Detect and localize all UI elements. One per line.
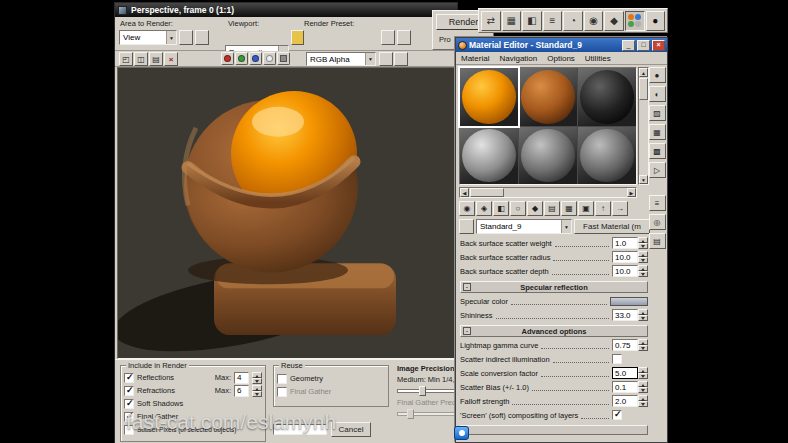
advanced-options-section[interactable]: - Advanced options xyxy=(460,325,648,337)
sample-tiling-icon[interactable]: ▦ xyxy=(649,124,666,140)
print-image-icon[interactable]: ▤ xyxy=(149,52,163,66)
collapse-icon[interactable]: - xyxy=(463,283,471,291)
curve-editor-icon[interactable]: ≡ xyxy=(543,11,563,31)
region-lock-button[interactable] xyxy=(179,30,193,45)
samples-horizontal-scrollbar[interactable]: ◀ ▶ xyxy=(459,187,637,198)
render-teapot-icon[interactable]: ● xyxy=(646,11,666,31)
back-scatter-weight-field[interactable]: 1.0 xyxy=(612,237,638,249)
copy-image-icon[interactable]: ◫ xyxy=(134,52,148,66)
refractions-max-field[interactable]: 6 xyxy=(234,385,249,397)
viewport-lock-toggle[interactable] xyxy=(291,30,304,45)
color-swatch-button[interactable] xyxy=(379,52,393,66)
make-unique-icon[interactable]: ◆ xyxy=(527,201,543,216)
green-channel-button[interactable] xyxy=(235,52,248,65)
sample-slot[interactable] xyxy=(519,68,577,126)
render-window-titlebar[interactable]: Perspective, frame 0 (1:1) xyxy=(115,3,457,17)
menu-options[interactable]: Options xyxy=(542,54,580,63)
reflections-checkbox[interactable] xyxy=(124,373,134,383)
material-id-icon[interactable]: ▦ xyxy=(561,201,577,216)
sample-slot[interactable] xyxy=(578,127,636,185)
get-material-icon[interactable]: ◉ xyxy=(459,201,475,216)
scroll-up-icon[interactable]: ▲ xyxy=(639,68,648,77)
collapse-icon[interactable]: - xyxy=(463,327,471,335)
material-name-dropdown[interactable]: Standard_9 ▼ xyxy=(476,219,572,234)
go-to-parent-icon[interactable]: ↑ xyxy=(595,201,611,216)
material-editor-icon[interactable] xyxy=(625,11,645,31)
scatter-indirect-checkbox[interactable] xyxy=(612,354,622,364)
material-map-navigator-icon[interactable]: ▤ xyxy=(649,233,666,249)
area-to-render-dropdown[interactable]: View ▼ xyxy=(119,30,177,45)
scatter-bias-field[interactable]: 0.1 xyxy=(612,381,638,393)
reset-material-icon[interactable]: ○ xyxy=(510,201,526,216)
alpha-channel-button[interactable] xyxy=(263,52,276,65)
next-rollout-partial[interactable] xyxy=(460,425,648,435)
cancel-button[interactable]: Cancel xyxy=(331,422,371,437)
background-icon[interactable]: ▨ xyxy=(649,105,666,121)
lightmap-gamma-field[interactable]: 0.75 xyxy=(612,339,638,351)
scroll-thumb[interactable] xyxy=(470,188,504,197)
schematic-view-icon[interactable]: ◔ xyxy=(563,11,583,31)
sample-slot[interactable] xyxy=(578,68,636,126)
back-scatter-radius-field[interactable]: 10.0 xyxy=(612,251,638,263)
menu-utilities[interactable]: Utilities xyxy=(580,54,616,63)
reflections-max-field[interactable]: 4 xyxy=(234,372,249,384)
toggle-ui-button[interactable] xyxy=(394,52,408,66)
channel-display-dropdown[interactable]: RGB Alpha ▼ xyxy=(306,52,376,66)
edit-region-button[interactable] xyxy=(195,30,209,45)
spinner[interactable] xyxy=(638,309,648,321)
spinner[interactable] xyxy=(638,339,648,351)
spinner[interactable] xyxy=(252,372,262,384)
specular-color-swatch[interactable] xyxy=(610,297,648,306)
scroll-thumb[interactable] xyxy=(639,78,648,100)
maximize-button[interactable]: □ xyxy=(637,40,650,51)
spinner[interactable] xyxy=(252,385,262,397)
layer-manager-icon[interactable]: ▦ xyxy=(502,11,522,31)
spinner[interactable] xyxy=(638,395,648,407)
mirror-icon[interactable]: ⇄ xyxy=(481,11,501,31)
render-viewport[interactable] xyxy=(117,67,457,359)
red-channel-button[interactable] xyxy=(221,52,234,65)
options-icon[interactable]: ≡ xyxy=(649,195,666,211)
show-map-icon[interactable]: ▣ xyxy=(578,201,594,216)
slider-thumb[interactable] xyxy=(419,386,426,396)
scale-conversion-field[interactable]: 5.0 xyxy=(612,367,638,379)
material-editor-titlebar[interactable]: Material Editor - Standard_9 _ □ × xyxy=(456,38,667,52)
image-precision-slider[interactable] xyxy=(397,386,457,396)
scroll-left-icon[interactable]: ◀ xyxy=(460,188,469,197)
put-to-library-icon[interactable]: ▤ xyxy=(544,201,560,216)
sample-slot[interactable] xyxy=(519,127,577,185)
sample-slot-active[interactable] xyxy=(460,68,518,126)
sample-type-icon[interactable]: ● xyxy=(649,67,666,83)
menu-material[interactable]: Material xyxy=(456,54,494,63)
menu-navigation[interactable]: Navigation xyxy=(494,54,542,63)
save-preset-button[interactable] xyxy=(381,30,395,45)
spinner[interactable] xyxy=(638,237,648,249)
video-color-check-icon[interactable]: ▩ xyxy=(649,143,666,159)
put-material-icon[interactable]: ◈ xyxy=(476,201,492,216)
spinner[interactable] xyxy=(638,251,648,263)
soft-shadows-checkbox[interactable] xyxy=(124,399,134,409)
minimize-button[interactable]: _ xyxy=(622,40,635,51)
geometry-checkbox[interactable] xyxy=(277,374,287,384)
monochrome-button[interactable] xyxy=(277,52,290,65)
spinner[interactable] xyxy=(638,381,648,393)
screen-compositing-checkbox[interactable] xyxy=(612,410,622,420)
specular-reflection-section[interactable]: - Specular reflection xyxy=(460,281,648,293)
shininess-field[interactable]: 33.0 xyxy=(612,309,638,321)
go-forward-icon[interactable]: → xyxy=(612,201,628,216)
select-by-material-icon[interactable]: ◎ xyxy=(649,214,666,230)
align-icon[interactable]: ◧ xyxy=(522,11,542,31)
spinner[interactable] xyxy=(638,265,648,277)
make-preview-icon[interactable]: ▷ xyxy=(649,162,666,178)
snap-toggle-icon[interactable]: ◆ xyxy=(604,11,624,31)
back-scatter-depth-field[interactable]: 10.0 xyxy=(612,265,638,277)
graph-editor-icon[interactable]: ◉ xyxy=(584,11,604,31)
scroll-down-icon[interactable]: ▼ xyxy=(639,175,648,184)
blue-channel-button[interactable] xyxy=(249,52,262,65)
save-image-icon[interactable]: ◰ xyxy=(119,52,133,66)
assign-material-icon[interactable]: ◧ xyxy=(493,201,509,216)
spinner[interactable] xyxy=(638,367,648,379)
reuse-final-gather-checkbox[interactable] xyxy=(277,387,287,397)
pick-material-icon[interactable] xyxy=(459,219,474,234)
render-setup-button[interactable] xyxy=(397,30,411,45)
